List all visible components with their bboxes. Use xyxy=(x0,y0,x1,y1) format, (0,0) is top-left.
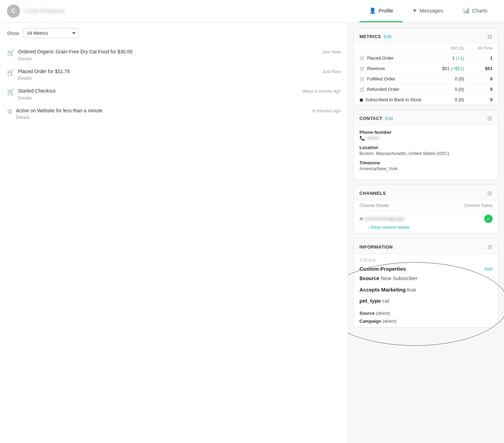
contact-title: CONTACT xyxy=(359,116,382,121)
metrics-edit-button[interactable]: Edit xyxy=(384,34,391,39)
activity-time: Just Now xyxy=(322,49,341,54)
prop-row: $source New Subscriber xyxy=(359,275,493,283)
activity-title: Active on Website for less than a minute xyxy=(16,108,103,113)
metrics-card-header: METRICS Edit ⊟ xyxy=(354,28,498,44)
profile-icon: 👤 xyxy=(369,7,376,14)
list-item: ⚙ Active on Website for less than a minu… xyxy=(7,104,341,124)
consent-status-col: Consent Status xyxy=(464,203,493,208)
metrics-col-alltime: All-Time xyxy=(470,44,498,53)
info-body: 4:32 p.m. Custom Properties Add $source xyxy=(354,254,498,327)
contact-edit-button[interactable]: Edit xyxy=(385,116,393,121)
back-in-stock-icon: ◼ xyxy=(359,97,363,102)
metrics-title-row: METRICS Edit xyxy=(359,34,391,39)
table-row: 🛒Refunded Order 0 (0) 0 xyxy=(354,84,498,95)
metrics-col-label xyxy=(354,44,434,53)
show-bar: Show All Metrics Recent Activity Orders … xyxy=(7,28,341,38)
activity-time: 6 minutes ago xyxy=(312,107,341,113)
contact-body: Phone Number 📞 •••••••• Location Boston,… xyxy=(354,125,498,180)
consent-status-icon: ✓ xyxy=(484,215,493,223)
chevron-right-icon: › xyxy=(368,225,369,230)
table-row: ◼Subscribed to Back in Stock 0 (0) 0 xyxy=(354,95,498,105)
list-item: 🛒 Started Checkout Details about a minut… xyxy=(7,84,341,104)
contact-card: CONTACT Edit ⊟ Phone Number 📞 •••••••• L… xyxy=(354,110,498,180)
tab-profile[interactable]: 👤 Profile xyxy=(359,0,403,22)
show-consent-details-link[interactable]: › Show consent details xyxy=(354,224,498,233)
shopify-icon: 🛒 xyxy=(7,88,15,96)
metrics-collapse-button[interactable]: ⊟ xyxy=(487,33,493,40)
refunded-icon: 🛒 xyxy=(359,87,365,92)
prop-row: Accepts Marketing true xyxy=(359,286,493,294)
list-item: 🛒 Placed Order for $51.78 Details Just N… xyxy=(7,65,341,85)
avatar: C xyxy=(7,5,20,18)
source-row: Source (direct) xyxy=(359,311,493,316)
custom-props-section: Custom Properties Add $source New Subscr… xyxy=(359,266,493,305)
activity-details-link[interactable]: Details xyxy=(18,76,319,81)
top-nav: C Cindy Rodriguez 👤 Profile ✈ Messages 📊… xyxy=(0,0,504,23)
channel-email: ✉ k••••••••••••••ail.com xyxy=(359,216,404,222)
channels-card-header: CHANNELS ⊟ xyxy=(354,185,498,200)
placed-order-icon: 🛒 xyxy=(359,55,365,61)
table-row: 🛒Placed Order 1 (+1) 1 xyxy=(354,53,498,63)
channel-row: ✉ k••••••••••••••ail.com ✓ xyxy=(354,211,498,224)
channels-card: CHANNELS ⊟ Channel Details Consent Statu… xyxy=(354,185,498,234)
information-card-header: INFORMATION ⊟ xyxy=(354,239,498,254)
messages-icon: ✈ xyxy=(412,7,417,14)
activity-title: Placed Order for $51.78 xyxy=(18,69,70,74)
metrics-col-30d: 30d (Δ) xyxy=(434,44,470,53)
activity-content: Started Checkout Details xyxy=(18,88,299,101)
campaign-row: Campaign (direct) xyxy=(359,319,493,324)
activity-details-link[interactable]: Details xyxy=(18,56,319,61)
right-panel: METRICS Edit ⊟ 30d (Δ) All-Time 🛒Placed … xyxy=(348,23,504,443)
channels-body: Channel Details Consent Status ✉ k••••••… xyxy=(354,200,498,233)
metrics-table: 30d (Δ) All-Time 🛒Placed Order 1 (+1) 1 … xyxy=(354,44,498,105)
nav-tabs: 👤 Profile ✈ Messages 📊 Charts xyxy=(359,0,497,22)
custom-props-title: Custom Properties xyxy=(359,266,406,272)
shopify-icon: 🛒 xyxy=(7,69,15,76)
activity-details-link[interactable]: Details xyxy=(16,115,309,120)
metrics-card: METRICS Edit ⊟ 30d (Δ) All-Time 🛒Placed … xyxy=(354,28,498,105)
information-title: INFORMATION xyxy=(359,244,393,250)
show-label: Show xyxy=(7,31,19,36)
tab-charts[interactable]: 📊 Charts xyxy=(453,0,497,22)
fulfilled-icon: 🛒 xyxy=(359,76,365,81)
activity-time: Just Now xyxy=(322,68,341,74)
activity-title: Ordered Organic Grain-Free Dry Cat Food … xyxy=(18,49,132,54)
shopify-icon: 🛒 xyxy=(7,49,15,57)
table-row: 🛒Fulfilled Order 0 (0) 0 xyxy=(354,74,498,84)
table-row: 🛒Revenue $51 (+$51) $51 xyxy=(354,63,498,74)
info-time: 4:32 p.m. xyxy=(359,258,493,262)
add-custom-prop-button[interactable]: Add xyxy=(485,266,493,271)
tab-charts-label: Charts xyxy=(472,8,487,14)
contact-collapse-button[interactable]: ⊟ xyxy=(487,115,493,122)
left-panel: Show All Metrics Recent Activity Orders … xyxy=(0,23,348,443)
gear-icon: ⚙ xyxy=(7,108,12,115)
contact-card-header: CONTACT Edit ⊟ xyxy=(354,110,498,125)
activity-content: Placed Order for $51.78 Details xyxy=(18,68,319,81)
information-collapse-button[interactable]: ⊟ xyxy=(487,244,493,250)
email-icon: ✉ xyxy=(359,216,363,222)
list-item: 🛒 Ordered Organic Grain-Free Dry Cat Foo… xyxy=(7,45,341,65)
tab-messages[interactable]: ✈ Messages xyxy=(403,0,453,22)
information-card: INFORMATION ⊟ 4:32 p.m. Custom Propertie… xyxy=(354,238,498,328)
tab-messages-label: Messages xyxy=(419,8,443,14)
callout-container: Custom Properties Add $source New Subscr… xyxy=(359,266,493,305)
tab-profile-label: Profile xyxy=(379,8,393,14)
activity-time: about a minute ago xyxy=(302,88,341,94)
metrics-title: METRICS xyxy=(359,34,381,39)
contact-title-row: CONTACT Edit xyxy=(359,116,393,121)
activity-details-link[interactable]: Details xyxy=(18,95,299,101)
show-select[interactable]: All Metrics Recent Activity Orders Custo… xyxy=(23,28,79,38)
channels-header-row: Channel Details Consent Status xyxy=(354,200,498,211)
prop-row: pet_type cat xyxy=(359,297,493,305)
phone-icon: 📞 xyxy=(359,136,365,141)
channels-collapse-button[interactable]: ⊟ xyxy=(487,190,493,197)
main-layout: Show All Metrics Recent Activity Orders … xyxy=(0,23,504,443)
phone-field: Phone Number 📞 •••••••• xyxy=(359,130,493,141)
timezone-field: Timezone America/New_York xyxy=(359,160,493,171)
nav-left: C Cindy Rodriguez xyxy=(7,5,359,18)
channels-title: CHANNELS xyxy=(359,191,386,196)
user-name: Cindy Rodriguez xyxy=(24,8,65,14)
custom-props-header: Custom Properties Add xyxy=(359,266,493,272)
location-field: Location Boston, Massachusetts, United S… xyxy=(359,145,493,156)
revenue-icon: 🛒 xyxy=(359,66,365,71)
